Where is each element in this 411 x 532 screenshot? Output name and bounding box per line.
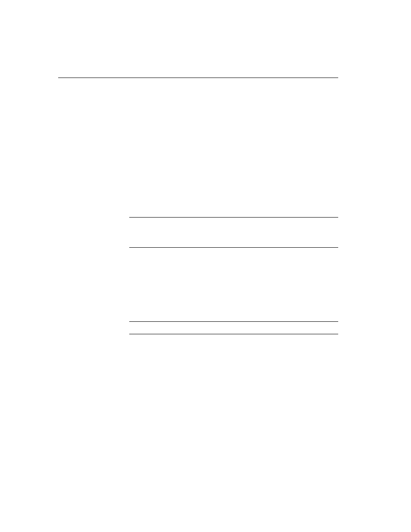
horizontal-rule bbox=[129, 217, 338, 218]
horizontal-rule bbox=[129, 247, 338, 248]
horizontal-rule bbox=[58, 78, 338, 78]
horizontal-rule bbox=[129, 334, 338, 334]
horizontal-rule bbox=[129, 321, 338, 322]
